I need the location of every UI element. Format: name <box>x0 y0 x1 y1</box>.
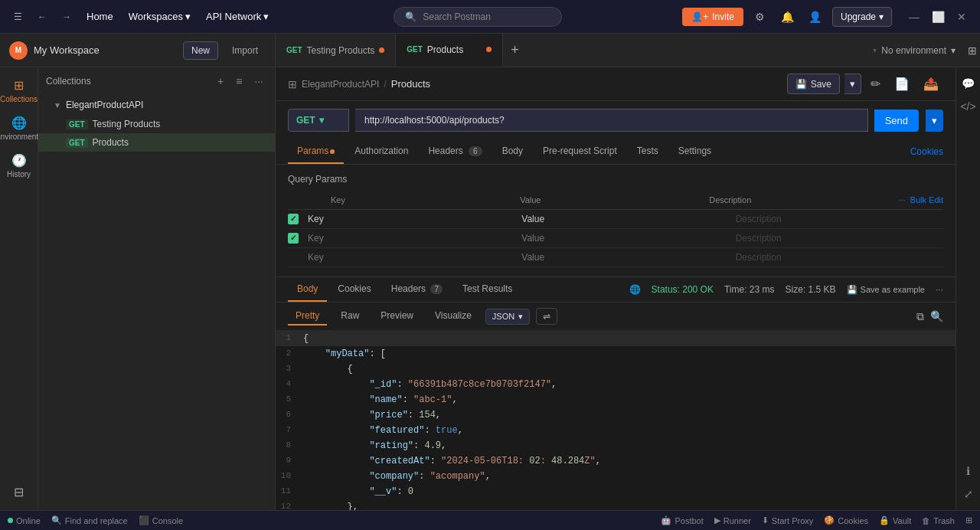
tab-pre-request[interactable]: Pre-request Script <box>534 139 626 164</box>
tab-testing-products[interactable]: GET Testing Products <box>276 34 396 67</box>
nav-back-button[interactable]: ← <box>33 8 51 25</box>
format-selector[interactable]: JSON ▾ <box>485 309 530 325</box>
info-icon-button[interactable]: ℹ <box>962 461 974 481</box>
params-checkbox-2[interactable] <box>288 233 299 244</box>
home-nav-button[interactable]: Home <box>82 8 118 25</box>
expand-bottom-button[interactable]: ⊞ <box>965 515 972 525</box>
workspace-bar: M My Workspace New Import GET Testing Pr… <box>0 34 980 67</box>
send-button[interactable]: Send <box>874 110 919 132</box>
trash-button[interactable]: 🗑 Trash <box>922 516 955 525</box>
cookies-icon: 🍪 <box>824 515 835 525</box>
import-button[interactable]: Import <box>224 42 266 59</box>
collection-caret-icon: ▼ <box>54 101 61 110</box>
environment-label: No environment <box>881 45 946 56</box>
search-response-button[interactable]: 🔍 <box>930 310 943 322</box>
sidebar-request-testing-products[interactable]: GET Testing Products <box>38 115 275 133</box>
workspaces-nav-button[interactable]: Workspaces ▾ <box>124 8 195 25</box>
tab-products[interactable]: GET Products <box>396 34 503 67</box>
save-example-button[interactable]: 💾 Save as example <box>847 285 925 295</box>
params-checkbox-1[interactable] <box>288 214 299 224</box>
hamburger-button[interactable]: ☰ <box>9 8 27 25</box>
status-size: Size: 1.5 KB <box>786 284 836 295</box>
upgrade-chevron-icon: ▾ <box>879 11 884 22</box>
format-tab-visualize[interactable]: Visualize <box>427 307 479 326</box>
nav-forward-button[interactable]: → <box>57 8 76 25</box>
send-dropdown-button[interactable]: ▾ <box>926 110 943 132</box>
minimize-button[interactable]: — <box>904 9 924 25</box>
sidebar-more-button[interactable]: ··· <box>250 74 267 89</box>
document-icon-button[interactable]: 📄 <box>890 74 914 94</box>
resp-tab-headers[interactable]: Headers 7 <box>382 277 452 302</box>
params-row-1: Description <box>288 210 943 229</box>
sidebar-item-collections[interactable]: ⊞ Collections <box>2 74 36 108</box>
console-button[interactable]: ⬛ Console <box>139 515 183 525</box>
params-value-input-2[interactable] <box>521 233 729 244</box>
tab-tests[interactable]: Tests <box>628 139 668 164</box>
params-section: Query Params Key Value Description ··· B… <box>276 165 956 276</box>
cookies-bottom-button[interactable]: 🍪 Cookies <box>824 515 868 525</box>
sidebar-request-products[interactable]: GET Products <box>38 133 275 152</box>
format-tab-raw[interactable]: Raw <box>333 307 367 326</box>
maximize-button[interactable]: ⬜ <box>927 9 949 25</box>
tab-headers[interactable]: Headers 6 <box>419 139 491 164</box>
format-tab-preview[interactable]: Preview <box>373 307 421 326</box>
runner-button[interactable]: ▶ Runner <box>714 515 751 525</box>
history-label: History <box>7 170 31 178</box>
sidebar-sort-button[interactable]: ≡ <box>232 74 246 89</box>
format-filter-button[interactable]: ⇌ <box>536 308 557 325</box>
notification-icon-button[interactable]: 🔔 <box>777 6 799 28</box>
invite-button[interactable]: 👤+ Invite <box>682 8 743 26</box>
resp-tab-body[interactable]: Body <box>288 277 327 302</box>
params-key-input-1[interactable] <box>305 214 515 224</box>
environment-grid-button[interactable]: ⊞ <box>965 41 980 60</box>
resp-tab-cookies[interactable]: Cookies <box>328 277 380 302</box>
vault-button[interactable]: 🔒 Vault <box>879 515 911 525</box>
resp-tab-test-results[interactable]: Test Results <box>453 277 521 302</box>
edit-icon-button[interactable]: ✏ <box>866 74 885 94</box>
profile-icon-button[interactable]: 👤 <box>805 6 826 28</box>
params-bulk-edit[interactable]: ··· Bulk Edit <box>898 195 943 204</box>
cookies-link[interactable]: Cookies <box>910 146 943 157</box>
bottom-right: 🤖 Postbot ▶ Runner ⬇ Start Proxy 🍪 Cooki… <box>661 515 972 525</box>
tab-settings[interactable]: Settings <box>669 139 720 164</box>
sidebar-item-environments[interactable]: 🌐 Environments <box>2 111 36 146</box>
format-tab-pretty[interactable]: Pretty <box>288 307 327 326</box>
new-button[interactable]: New <box>183 41 218 60</box>
json-line-12: 12 }, <box>276 499 956 510</box>
tab-authorization[interactable]: Authorization <box>345 139 417 164</box>
comments-icon-button[interactable]: 💬 <box>958 74 978 93</box>
tab-params[interactable]: Params <box>288 139 344 164</box>
sidebar-item-history[interactable]: 🕐 History <box>2 149 36 183</box>
expand-icon-button[interactable]: ⤢ <box>960 484 977 504</box>
params-key-input-new[interactable] <box>305 252 515 263</box>
postbot-button[interactable]: 🤖 Postbot <box>661 515 703 525</box>
code-icon-button[interactable]: </> <box>956 97 979 116</box>
params-desc-2: Description <box>736 233 943 244</box>
params-desc-1: Description <box>736 214 943 224</box>
share-icon-button[interactable]: 📤 <box>919 74 943 94</box>
save-button[interactable]: 💾 Save <box>787 74 840 94</box>
save-dropdown-button[interactable]: ▾ <box>844 74 861 94</box>
search-input-wrap[interactable]: 🔍 Search Postman <box>394 7 562 27</box>
settings-icon-button[interactable]: ⚙ <box>750 6 771 28</box>
copy-button[interactable]: ⧉ <box>916 310 924 323</box>
collections-icon: ⊞ <box>14 78 24 93</box>
sidebar-add-button[interactable]: + <box>214 74 227 89</box>
collection-elegant-product-api[interactable]: ▼ ElegantProductAPI <box>38 95 275 115</box>
api-network-nav-button[interactable]: API Network ▾ <box>201 8 273 25</box>
add-tab-button[interactable]: + <box>503 42 527 58</box>
method-select[interactable]: GET ▾ <box>288 109 349 132</box>
url-input[interactable] <box>355 109 868 132</box>
upgrade-button[interactable]: Upgrade ▾ <box>832 7 892 27</box>
format-chevron-icon: ▾ <box>518 312 523 322</box>
start-proxy-button[interactable]: ⬇ Start Proxy <box>762 515 813 525</box>
params-value-input-new[interactable] <box>521 252 729 263</box>
response-more-icon[interactable]: ··· <box>936 284 943 295</box>
close-button[interactable]: ✕ <box>952 9 971 25</box>
sidebar-item-bottom[interactable]: ⊟ <box>2 480 36 504</box>
status-ok: Status: 200 OK <box>652 284 714 295</box>
tab-body[interactable]: Body <box>493 139 532 164</box>
find-replace-button[interactable]: 🔍 Find and replace <box>51 515 128 525</box>
params-key-input-2[interactable] <box>305 233 515 244</box>
params-value-input-1[interactable] <box>521 214 729 224</box>
